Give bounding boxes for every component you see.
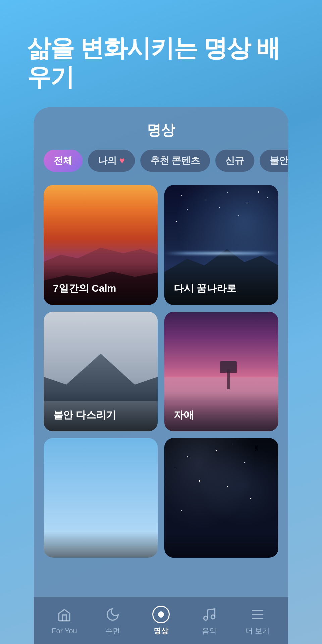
star bbox=[267, 197, 268, 198]
star bbox=[238, 215, 239, 216]
card-label-3: 불안 다스리기 bbox=[44, 391, 158, 431]
active-circle bbox=[152, 606, 170, 623]
star bbox=[250, 498, 251, 499]
card-label-4: 자애 bbox=[164, 391, 278, 431]
filter-tab-anxiety[interactable]: 불안 bbox=[260, 150, 288, 172]
filter-tab-recommended[interactable]: 추천 콘텐츠 bbox=[140, 150, 210, 172]
music-icon bbox=[201, 606, 218, 623]
content-card-4[interactable]: 자애 bbox=[164, 312, 278, 431]
card-label-1: 7일간의 Calm bbox=[44, 265, 158, 305]
filter-tab-my[interactable]: 나의 ♥ bbox=[88, 150, 135, 172]
filter-tab-all[interactable]: 전체 bbox=[44, 150, 83, 172]
star bbox=[187, 456, 188, 457]
star bbox=[247, 203, 247, 204]
star bbox=[258, 191, 259, 193]
nav-item-more[interactable]: 더 보기 bbox=[233, 606, 282, 636]
star bbox=[181, 195, 182, 196]
section-title: 명상 bbox=[47, 121, 275, 140]
star bbox=[204, 200, 205, 200]
horizon-glow bbox=[164, 252, 278, 255]
content-card-5[interactable] bbox=[44, 438, 158, 558]
nav-label-more: 더 보기 bbox=[246, 626, 270, 636]
content-card-2[interactable]: 다시 꿈나라로 bbox=[164, 185, 278, 305]
star bbox=[199, 480, 200, 482]
star bbox=[187, 209, 188, 210]
content-card-3[interactable]: 불안 다스리기 bbox=[44, 312, 158, 431]
nav-label-sleep: 수면 bbox=[105, 626, 120, 636]
home-icon bbox=[56, 606, 73, 624]
heart-icon: ♥ bbox=[119, 155, 125, 166]
content-card-6[interactable] bbox=[164, 438, 278, 558]
nav-item-sleep[interactable]: 수면 bbox=[89, 606, 137, 636]
meditation-active-icon bbox=[152, 606, 170, 623]
star bbox=[256, 448, 256, 448]
menu-icon bbox=[249, 606, 266, 623]
nav-label-music: 음악 bbox=[202, 626, 217, 636]
svg-point-1 bbox=[211, 615, 215, 619]
page-title: 삶을 변화시키는 명상 배우기 bbox=[27, 34, 295, 92]
filter-tab-new[interactable]: 신규 bbox=[215, 150, 254, 172]
moon-icon bbox=[104, 606, 121, 623]
stilt-house bbox=[218, 363, 238, 389]
star bbox=[176, 221, 177, 222]
svg-point-0 bbox=[204, 616, 208, 620]
star bbox=[244, 462, 245, 463]
content-card-1[interactable]: 7일간의 Calm bbox=[44, 185, 158, 305]
star bbox=[176, 468, 176, 469]
filter-tabs: 전체 나의 ♥ 추천 콘텐츠 신규 불안 bbox=[34, 146, 288, 178]
page-header: 삶을 변화시키는 명상 배우기 bbox=[0, 0, 322, 112]
app-card: 명상 전체 나의 ♥ 추천 콘텐츠 신규 불안 7일간의 Calm bbox=[34, 107, 288, 644]
star bbox=[219, 207, 220, 208]
content-scroll[interactable]: 7일간의 Calm 다시 꿈나라로 bbox=[34, 178, 288, 597]
nav-item-for-you[interactable]: For You bbox=[40, 606, 89, 635]
nav-label-meditation: 명상 bbox=[154, 626, 168, 636]
star bbox=[227, 192, 228, 193]
star bbox=[216, 450, 217, 451]
star bbox=[181, 510, 182, 511]
card-label-2: 다시 꿈나라로 bbox=[164, 265, 278, 305]
card-label-6 bbox=[164, 532, 278, 558]
nav-label-for-you: For You bbox=[52, 627, 77, 635]
card-label-5 bbox=[44, 532, 158, 558]
star bbox=[233, 444, 233, 445]
nav-item-music[interactable]: 음악 bbox=[185, 606, 233, 636]
star bbox=[227, 486, 228, 487]
content-grid: 7일간의 Calm 다시 꿈나라로 bbox=[44, 185, 278, 558]
card-title-bar: 명상 bbox=[34, 107, 288, 146]
bottom-nav: For You 수면 명상 bbox=[34, 597, 288, 644]
nav-item-meditation[interactable]: 명상 bbox=[137, 606, 185, 636]
